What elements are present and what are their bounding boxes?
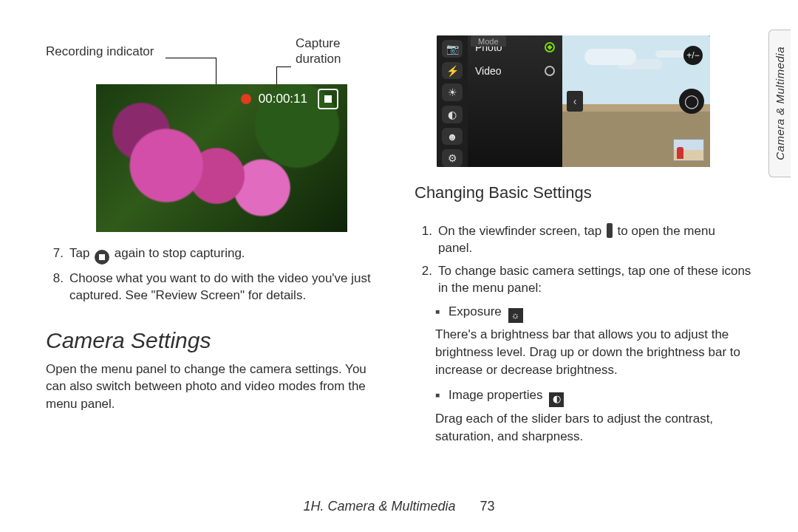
recording-timer: 00:00:11 [259, 92, 307, 106]
heading-changing-basic-settings: Changing Basic Settings [415, 183, 752, 202]
shutter-icon: ◯ [679, 89, 704, 114]
gallery-thumbnail [673, 139, 704, 161]
radio-icon [545, 66, 555, 76]
settings-steps: 1. On the viewfinder screen, tap to open… [415, 223, 752, 303]
camera-settings-paragraph: Open the menu panel to change the camera… [46, 361, 383, 412]
contrast-icon: ◐ [442, 106, 463, 123]
exposure-icon: ☼ [508, 308, 523, 323]
image-properties-icon: ◐ [549, 392, 564, 407]
callout-area: Recording indicator Capture duration [46, 35, 383, 84]
page-footer: 1H. Camera & Multimedia 73 [0, 499, 798, 514]
brightness-icon: ☀ [442, 83, 463, 101]
footer-page-number: 73 [480, 499, 495, 514]
more-icon: ⚙ [442, 149, 463, 167]
menu-icon-strip: 📷 ⚡ ☀ ◐ ☻ ⚙ [437, 35, 468, 167]
left-column: Recording indicator Capture duration 00:… [46, 35, 383, 517]
callout-recording-indicator: Recording indicator [46, 44, 154, 59]
menu-panel-screenshot: 📷 ⚡ ☀ ◐ ☻ ⚙ Mode Photo Video ‹ +/− [437, 35, 710, 167]
stop-button-icon [318, 89, 338, 109]
plus-minus-icon: +/− [683, 46, 703, 65]
face-icon: ☻ [442, 128, 463, 146]
camera-mode-icon: 📷 [442, 40, 463, 58]
recording-dot-icon [241, 94, 251, 104]
mode-tab-label: Mode [471, 35, 506, 47]
collapse-chevron-icon: ‹ [567, 91, 583, 112]
mode-row-video: Video [468, 59, 562, 83]
recording-screenshot: 00:00:11 [96, 84, 347, 232]
settings-sublist: ■ Exposure ☼ There's a brightness bar th… [415, 303, 752, 453]
stop-icon [95, 250, 109, 265]
heading-camera-settings: Camera Settings [46, 328, 383, 353]
right-column: 📷 ⚡ ☀ ◐ ☻ ⚙ Mode Photo Video ‹ +/− [415, 35, 752, 517]
callout-capture-duration: Capture duration [296, 35, 341, 67]
section-side-tab: Camera & Multimedia [768, 30, 791, 177]
footer-section: 1H. Camera & Multimedia [303, 499, 455, 514]
radio-selected-icon [545, 42, 555, 52]
menu-tab-icon [607, 223, 613, 238]
flash-icon: ⚡ [442, 62, 463, 80]
instruction-list: 7. Tap again to stop capturing. 8. Choos… [46, 245, 383, 310]
mode-panel: Mode Photo Video [468, 35, 562, 167]
